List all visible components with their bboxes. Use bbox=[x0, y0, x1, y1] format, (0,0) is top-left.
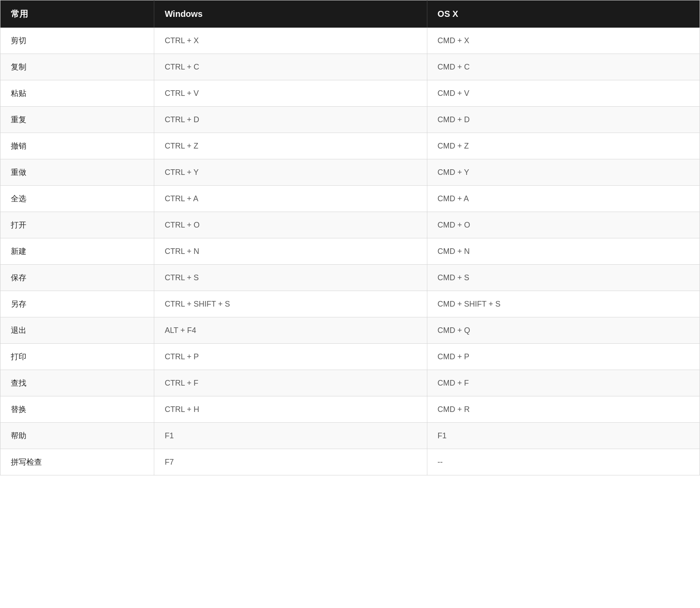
table-row: 剪切CTRL + XCMD + X bbox=[0, 28, 700, 54]
cell-osx: -- bbox=[427, 449, 700, 475]
cell-windows: CTRL + A bbox=[154, 186, 427, 212]
table-header-row: 常用 Windows OS X bbox=[0, 0, 700, 28]
cell-common: 撤销 bbox=[0, 133, 154, 159]
cell-osx: CMD + C bbox=[427, 54, 700, 80]
cell-windows: CTRL + C bbox=[154, 54, 427, 80]
cell-common: 新建 bbox=[0, 238, 154, 265]
cell-osx: CMD + F bbox=[427, 370, 700, 396]
header-windows: Windows bbox=[154, 0, 427, 28]
cell-osx: CMD + X bbox=[427, 28, 700, 54]
table-row: 全选CTRL + ACMD + A bbox=[0, 186, 700, 212]
cell-osx: CMD + S bbox=[427, 265, 700, 291]
cell-osx: F1 bbox=[427, 423, 700, 449]
cell-windows: CTRL + O bbox=[154, 212, 427, 238]
cell-windows: CTRL + N bbox=[154, 238, 427, 265]
cell-common: 打开 bbox=[0, 212, 154, 238]
cell-common: 查找 bbox=[0, 370, 154, 396]
table-row: 粘贴CTRL + VCMD + V bbox=[0, 80, 700, 107]
cell-osx: CMD + Y bbox=[427, 159, 700, 186]
table-row: 新建CTRL + NCMD + N bbox=[0, 238, 700, 265]
cell-windows: CTRL + P bbox=[154, 344, 427, 370]
cell-windows: CTRL + Y bbox=[154, 159, 427, 186]
cell-common: 替换 bbox=[0, 396, 154, 423]
cell-windows: ALT + F4 bbox=[154, 317, 427, 344]
table-row: 打印CTRL + PCMD + P bbox=[0, 344, 700, 370]
cell-osx: CMD + D bbox=[427, 107, 700, 133]
table-row: 查找CTRL + FCMD + F bbox=[0, 370, 700, 396]
cell-windows: F7 bbox=[154, 449, 427, 475]
cell-windows: CTRL + H bbox=[154, 396, 427, 423]
table-row: 保存CTRL + SCMD + S bbox=[0, 265, 700, 291]
cell-common: 重复 bbox=[0, 107, 154, 133]
cell-osx: CMD + Z bbox=[427, 133, 700, 159]
cell-windows: CTRL + X bbox=[154, 28, 427, 54]
cell-common: 全选 bbox=[0, 186, 154, 212]
cell-common: 复制 bbox=[0, 54, 154, 80]
cell-common: 保存 bbox=[0, 265, 154, 291]
table-row: 打开CTRL + OCMD + O bbox=[0, 212, 700, 238]
header-common: 常用 bbox=[0, 0, 154, 28]
cell-common: 帮助 bbox=[0, 423, 154, 449]
table-row: 重做CTRL + YCMD + Y bbox=[0, 159, 700, 186]
cell-windows: CTRL + V bbox=[154, 80, 427, 107]
cell-common: 打印 bbox=[0, 344, 154, 370]
cell-common: 退出 bbox=[0, 317, 154, 344]
cell-osx: CMD + A bbox=[427, 186, 700, 212]
cell-common: 粘贴 bbox=[0, 80, 154, 107]
shortcuts-table: 常用 Windows OS X 剪切CTRL + XCMD + X复制CTRL … bbox=[0, 0, 700, 475]
cell-common: 重做 bbox=[0, 159, 154, 186]
cell-osx: CMD + V bbox=[427, 80, 700, 107]
cell-windows: CTRL + Z bbox=[154, 133, 427, 159]
table-row: 撤销CTRL + ZCMD + Z bbox=[0, 133, 700, 159]
cell-windows: CTRL + F bbox=[154, 370, 427, 396]
table-row: 退出ALT + F4CMD + Q bbox=[0, 317, 700, 344]
table-row: 复制CTRL + CCMD + C bbox=[0, 54, 700, 80]
table-row: 替换CTRL + HCMD + R bbox=[0, 396, 700, 423]
cell-windows: F1 bbox=[154, 423, 427, 449]
cell-osx: CMD + O bbox=[427, 212, 700, 238]
table-row: 另存CTRL + SHIFT + SCMD + SHIFT + S bbox=[0, 291, 700, 317]
table-row: 重复CTRL + DCMD + D bbox=[0, 107, 700, 133]
cell-windows: CTRL + D bbox=[154, 107, 427, 133]
cell-osx: CMD + N bbox=[427, 238, 700, 265]
cell-osx: CMD + R bbox=[427, 396, 700, 423]
cell-common: 另存 bbox=[0, 291, 154, 317]
cell-osx: CMD + P bbox=[427, 344, 700, 370]
table-row: 帮助F1F1 bbox=[0, 423, 700, 449]
cell-windows: CTRL + SHIFT + S bbox=[154, 291, 427, 317]
table-body: 剪切CTRL + XCMD + X复制CTRL + CCMD + C粘贴CTRL… bbox=[0, 28, 700, 475]
cell-osx: CMD + Q bbox=[427, 317, 700, 344]
table-row: 拼写检查F7-- bbox=[0, 449, 700, 475]
cell-common: 拼写检查 bbox=[0, 449, 154, 475]
header-osx: OS X bbox=[427, 0, 700, 28]
cell-common: 剪切 bbox=[0, 28, 154, 54]
cell-osx: CMD + SHIFT + S bbox=[427, 291, 700, 317]
cell-windows: CTRL + S bbox=[154, 265, 427, 291]
